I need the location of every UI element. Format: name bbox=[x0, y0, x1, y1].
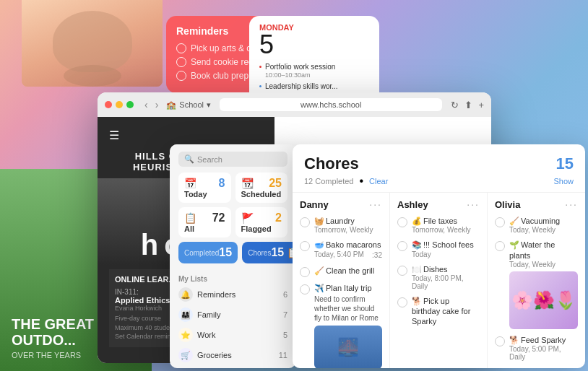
chores-panel: Chores 15 12 Completed • Clear Show Dann… bbox=[293, 144, 585, 368]
taxes-circle[interactable] bbox=[397, 217, 407, 227]
all-count: 72 bbox=[212, 211, 225, 224]
reminders-app-header: 🔍 Search 📅 8 Today 📆 25 Scheduled bbox=[170, 144, 296, 272]
chores-item-vacuuming: 🧹Vacuuming Today, Weekly bbox=[495, 216, 578, 234]
chores-item-taxes: 💰File taxes Tomorrow, Weekly bbox=[397, 216, 480, 234]
sparky-circle[interactable] bbox=[495, 336, 505, 346]
flagged-count: 2 bbox=[275, 211, 282, 224]
flagged-label: Flagged bbox=[241, 224, 282, 233]
chores-columns: Danny ··· 🧺Laundry Tomorrow, Weekly 🥣Bak… bbox=[293, 192, 585, 368]
reminders-widget-title: Reminders bbox=[176, 25, 228, 37]
address-bar[interactable]: www.hchs.school bbox=[220, 98, 442, 111]
chores-item-feed-sparky: 🐕Feed Sparky Today, 5:00 PM, Daily bbox=[495, 335, 578, 361]
scheduled-count: 25 bbox=[269, 177, 282, 190]
completed-label: Completed bbox=[184, 249, 219, 257]
today-label: Today bbox=[184, 190, 225, 198]
stat-completed[interactable]: Completed 15 bbox=[178, 242, 238, 263]
reminders-stats-grid: 📅 8 Today 📆 25 Scheduled 📋 72 All bbox=[178, 173, 287, 237]
all-label: All bbox=[184, 224, 225, 233]
search-icon: 🔍 bbox=[184, 154, 194, 164]
stat-scheduled[interactable]: 📆 25 Scheduled bbox=[235, 173, 288, 203]
cake-circle[interactable] bbox=[397, 297, 407, 307]
chores-col-danny: Danny ··· 🧺Laundry Tomorrow, Weekly 🥣Bak… bbox=[293, 193, 390, 368]
cal-date: 5 bbox=[259, 32, 369, 58]
tab-chevron-icon: ▾ bbox=[207, 100, 211, 110]
italy-image: 🌉 bbox=[314, 326, 382, 368]
reload-icon[interactable]: ↻ bbox=[451, 100, 459, 110]
chores-item-cake: 🐕Pick up birthday cake for Sparky bbox=[397, 296, 480, 327]
chores-item-dishes: 🍽️Dishes Today, 8:00 PM, Daily bbox=[397, 264, 480, 290]
chores-col-olivia: Olivia ··· 🧹Vacuuming Today, Weekly 🌱Wat… bbox=[488, 193, 585, 368]
cal-event-1: Portfolio work session 10:00–10:30am bbox=[259, 62, 369, 79]
olivia-col-menu[interactable]: ··· bbox=[565, 198, 578, 210]
list-item-family[interactable]: 👨‍👩‍👧 Family 7 bbox=[178, 305, 287, 325]
ashley-col-menu[interactable]: ··· bbox=[467, 198, 480, 210]
hamburger-menu-icon[interactable]: ☰ bbox=[109, 128, 263, 142]
olivia-col-name: Olivia bbox=[495, 199, 520, 210]
stat-today[interactable]: 📅 8 Today bbox=[178, 173, 231, 203]
completed-chores-row: Completed 15 Chores 15 📋 bbox=[178, 242, 287, 263]
chores-item-grill: 🧹Clean the grill bbox=[300, 266, 382, 277]
tab-icon: 🏫 bbox=[166, 100, 176, 110]
italy-circle[interactable] bbox=[300, 284, 310, 294]
flagged-icon: 🚩 bbox=[241, 212, 254, 224]
reminders-list-icon: 🔔 bbox=[178, 287, 193, 302]
today-count: 8 bbox=[219, 177, 225, 190]
vacuuming-circle[interactable] bbox=[495, 217, 505, 227]
chores-item-water-plants: 🌱Water the plants Today, Weekly 🌸🌺🌷 bbox=[495, 240, 578, 329]
share-icon[interactable]: ⬆ bbox=[464, 100, 472, 110]
list-item-work[interactable]: ⭐ Work 5 bbox=[178, 325, 287, 345]
search-placeholder: Search bbox=[197, 155, 222, 164]
chores-total-count: 15 bbox=[556, 154, 574, 173]
completed-count: 15 bbox=[219, 246, 232, 259]
chores-completed: 12 Completed bbox=[304, 177, 354, 186]
list-item-camping[interactable]: ⛺ Camping Trip 4 bbox=[178, 365, 287, 368]
scheduled-icon: 📆 bbox=[241, 178, 254, 189]
chores-clear-button[interactable]: Clear bbox=[369, 177, 388, 186]
chores-item-school-fees: 📚!!! School fees Today bbox=[397, 240, 480, 258]
chores-show-button[interactable]: Show bbox=[553, 177, 574, 186]
browser-toolbar: ‹ › 🏫 School ▾ www.hchs.school ↻ ⬆ + bbox=[98, 92, 491, 117]
grill-circle[interactable] bbox=[300, 267, 310, 277]
chores-label: Chores bbox=[248, 249, 271, 257]
all-icon: 📋 bbox=[184, 212, 196, 224]
flowers-image: 🌸🌺🌷 bbox=[509, 271, 578, 329]
chores-col-ashley: Ashley ··· 💰File taxes Tomorrow, Weekly … bbox=[390, 193, 488, 368]
chores-item-macarons: 🥣Bako macarons:32 Today, 5:40 PM bbox=[300, 240, 382, 259]
cal-day: MONDAY bbox=[259, 23, 369, 32]
stat-all[interactable]: 📋 72 All bbox=[178, 207, 231, 237]
danny-col-menu[interactable]: ··· bbox=[369, 198, 382, 210]
chores-count: 15 bbox=[271, 246, 284, 259]
tab-label: School bbox=[179, 100, 204, 109]
chores-title: Chores bbox=[304, 154, 359, 173]
reminders-search[interactable]: 🔍 Search bbox=[178, 152, 287, 167]
plants-circle[interactable] bbox=[495, 241, 505, 251]
forward-button[interactable]: › bbox=[153, 98, 161, 111]
fees-circle[interactable] bbox=[397, 241, 407, 251]
chores-header: Chores 15 12 Completed • Clear Show bbox=[293, 144, 585, 192]
list-item-groceries[interactable]: 🛒 Groceries 11 bbox=[178, 345, 287, 365]
scheduled-label: Scheduled bbox=[241, 190, 282, 198]
my-lists-label: My Lists bbox=[178, 272, 287, 284]
chores-item-italy: ✈️Plan Italy trip Need to confirm whethe… bbox=[300, 283, 382, 368]
dog-image bbox=[22, 0, 163, 87]
stat-flagged[interactable]: 🚩 2 Flagged bbox=[235, 207, 288, 237]
ashley-col-name: Ashley bbox=[397, 199, 428, 210]
laundry-circle[interactable] bbox=[300, 217, 310, 227]
maximize-dot[interactable] bbox=[126, 101, 134, 108]
reminders-app-panel: 🔍 Search 📅 8 Today 📆 25 Scheduled bbox=[170, 144, 296, 368]
reminders-list-scroll[interactable]: My Lists 🔔 Reminders 6 👨‍👩‍👧 Family 7 ⭐ … bbox=[170, 272, 296, 368]
close-dot[interactable] bbox=[105, 101, 112, 108]
chores-item-laundry: 🧺Laundry Tomorrow, Weekly bbox=[300, 216, 382, 234]
macarons-circle[interactable] bbox=[300, 241, 310, 251]
today-icon: 📅 bbox=[184, 178, 196, 189]
family-list-icon: 👨‍👩‍👧 bbox=[178, 307, 193, 322]
add-tab-icon[interactable]: + bbox=[478, 100, 484, 110]
dishes-circle[interactable] bbox=[397, 266, 407, 276]
minimize-dot[interactable] bbox=[116, 101, 123, 108]
work-list-icon: ⭐ bbox=[178, 328, 193, 342]
stat-chores[interactable]: Chores 15 📋 bbox=[242, 242, 296, 263]
danny-col-name: Danny bbox=[300, 199, 329, 210]
groceries-list-icon: 🛒 bbox=[178, 348, 193, 362]
list-item-reminders[interactable]: 🔔 Reminders 6 bbox=[178, 284, 287, 305]
back-button[interactable]: ‹ bbox=[142, 98, 150, 111]
